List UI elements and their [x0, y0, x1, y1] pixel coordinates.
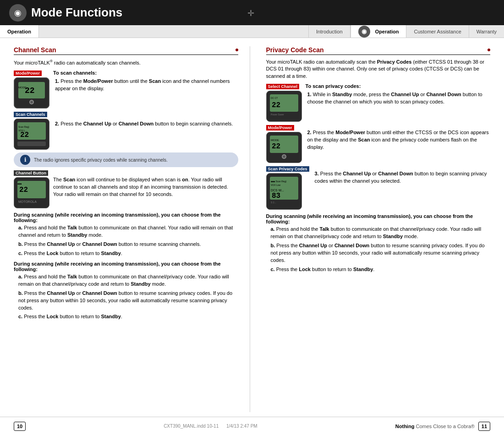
- svg-text:Power Saver: Power Saver: [271, 113, 284, 116]
- channel-button-block: Channel Button 22 ■■■ MOTOROLA The Scan …: [14, 170, 238, 208]
- scan-note-text: The Scan icon will continue to be displa…: [53, 174, 238, 201]
- page-number-right: 11: [478, 422, 490, 431]
- mode-power-right-block: Mode/Power MODE 22 2. Press the Mode/Pow…: [266, 125, 491, 163]
- mode-power-right-label: Mode/Power: [266, 125, 294, 130]
- radio-display-2: Scan Reg) VOX L... 22: [14, 119, 49, 150]
- left-column: Channel Scan Your microTALK® radio can a…: [14, 46, 250, 412]
- select-channel-label: Select Channel: [266, 84, 300, 89]
- select-channel-block: Select Channel DC CT 22 Power Saver To s…: [266, 83, 491, 122]
- privacy-step-3: 3. Press the Channel Up or Channel Down …: [313, 170, 490, 185]
- sub-step-2b: b. Press the Channel Up or Channel Down …: [14, 290, 238, 312]
- channel-scan-title: Channel Scan: [14, 46, 238, 55]
- nav-item-warranty[interactable]: Warranty: [469, 25, 504, 38]
- radio-display-5: MODE 22: [266, 132, 302, 163]
- privacy-code-scan-title: Privacy Code Scan: [266, 46, 491, 55]
- radio-display-6: ■■■ Scan Reg) VOX Low DCS W... 83 S 2...: [266, 173, 302, 210]
- scan-channels-block: Scan Channels Scan Reg) VOX L... 22 2. P…: [14, 111, 238, 150]
- during-title-2: During scanning (while receiving an inco…: [14, 261, 238, 272]
- nav-item-introduction[interactable]: Introduction: [308, 25, 350, 38]
- step-2: 2. Press the Channel Up or Channel Down …: [53, 120, 238, 128]
- scan-channels-label: Scan Channels: [14, 112, 47, 117]
- svg-text:22: 22: [272, 142, 280, 151]
- section-dot: [236, 49, 238, 51]
- scan-channels-device: Scan Channels Scan Reg) VOX L... 22: [14, 111, 49, 150]
- svg-text:22: 22: [19, 186, 28, 194]
- svg-text:83: 83: [272, 192, 280, 200]
- right-column: Privacy Code Scan Your microTALK radio c…: [264, 46, 491, 412]
- svg-text:22: 22: [20, 131, 29, 139]
- scan-privacy-codes-device: Scan Privacy Codes ■■■ Scan Reg) VOX Low…: [266, 166, 309, 210]
- main-content: Channel Scan Your microTALK® radio can a…: [0, 38, 504, 417]
- svg-text:MOTOROLA: MOTOROLA: [18, 200, 37, 203]
- during-title-1: During scanning (while receiving an inco…: [14, 212, 238, 223]
- svg-text:■■■ Scan Reg): ■■■ Scan Reg): [271, 180, 286, 183]
- privacy-step-3-text: 3. Press the Channel Up or Channel Down …: [313, 170, 490, 187]
- svg-text:S 2...: S 2...: [271, 201, 276, 204]
- footer-center-text: CXT390_MANL.indd 10-11 1/4/13 2:47 PM: [164, 424, 257, 429]
- crosshair-icon: ✛: [247, 8, 257, 17]
- privacy-scan-subtitle: To scan privacy codes:: [306, 83, 491, 89]
- sub-step-1b: b. Press the Channel Up or Channel Down …: [14, 241, 238, 248]
- privacy-scan-intro: Your microTALK radio can automatically s…: [266, 59, 491, 80]
- radio-svg-4: DC CT 22 Power Saver: [267, 92, 301, 121]
- right-sub-step-c: c. Press the Lock button to return to St…: [266, 266, 491, 273]
- radio-display-3: 22 ■■■ MOTOROLA: [14, 177, 49, 208]
- mode-power-label: Mode/Power: [14, 71, 42, 76]
- footer-right: Nothing Comes Close to a Cobra® 11: [395, 422, 490, 431]
- note-box: ℹ The radio ignores specific privacy cod…: [14, 152, 238, 167]
- sub-step-1a: a. Press and hold the Talk button to com…: [14, 224, 238, 239]
- sub-step-1c: c. Press the Lock button to return to St…: [14, 250, 238, 257]
- footer-tagline: Nothing Comes Close to a Cobra®: [395, 424, 475, 429]
- svg-point-5: [30, 101, 33, 103]
- nav-item-operation-left[interactable]: Operation: [0, 25, 39, 38]
- page-header: ◉ Mode Functions ✛: [0, 0, 504, 25]
- svg-text:VOX Low: VOX Low: [271, 184, 281, 186]
- right-sub-step-a: a. Press and hold the Talk button to com…: [266, 226, 491, 240]
- section-dot-right: [488, 49, 490, 51]
- radio-display-4: DC CT 22 Power Saver: [266, 91, 302, 122]
- header-icon-symbol: ◉: [14, 8, 22, 18]
- channel-button-device: Channel Button 22 ■■■ MOTOROLA: [14, 170, 49, 208]
- scan-channels-instructions: To scan channels: 1. Press the Mode/Powe…: [53, 70, 238, 95]
- header-icon: ◉: [9, 4, 27, 22]
- page-footer: 10 CXT390_MANL.indd 10-11 1/4/13 2:47 PM…: [0, 417, 504, 435]
- svg-text:■■■: ■■■: [17, 182, 22, 185]
- channel-scan-intro: Your microTALK® radio can automatically …: [14, 59, 238, 66]
- scan-privacy-codes-block: Scan Privacy Codes ■■■ Scan Reg) VOX Low…: [266, 166, 491, 210]
- sub-step-2c: c. Press the Lock button to return to St…: [14, 313, 238, 321]
- note-text: The radio ignores specific privacy codes…: [34, 158, 168, 163]
- sub-step-2a: a. Press and hold the Talk button to com…: [14, 273, 238, 288]
- note-icon: ℹ: [20, 155, 30, 165]
- step-1: 1. Press the Mode/Power button until the…: [53, 78, 238, 92]
- radio-display-1: 22 MODE: [14, 77, 49, 109]
- privacy-step-2: 2. Press the Mode/Power button until eit…: [306, 129, 491, 151]
- right-during-title: During scanning (while receiving an inco…: [266, 213, 491, 224]
- radio-svg-3: 22 ■■■ MOTOROLA: [15, 178, 49, 207]
- step2-instructions: 2. Press the Channel Up or Channel Down …: [53, 111, 238, 130]
- privacy-step-1: 1. While in Standby mode, press the Chan…: [306, 91, 491, 106]
- svg-text:22: 22: [272, 101, 280, 109]
- svg-text:Scan Reg): Scan Reg): [18, 125, 29, 128]
- nav-right: Introduction ◉ Operation Customer Assist…: [308, 25, 504, 38]
- privacy-step-2-text: 2. Press the Mode/Power button until eit…: [306, 129, 491, 153]
- radio-svg-6: ■■■ Scan Reg) VOX Low DCS W... 83 S 2...: [267, 174, 301, 209]
- radio-svg-1: 22 MODE: [15, 78, 49, 108]
- svg-rect-11: [17, 141, 46, 146]
- svg-text:DCS W...: DCS W...: [271, 189, 284, 192]
- svg-point-27: [283, 155, 285, 158]
- right-sub-step-b: b. Press the Channel Up or Channel Down …: [266, 242, 491, 264]
- select-channel-device: Select Channel DC CT 22 Power Saver: [266, 83, 302, 122]
- page-number-left: 10: [14, 422, 26, 431]
- privacy-steps: To scan privacy codes: 1. While in Stand…: [306, 83, 491, 108]
- mode-power-block: Mode/Power 22 MODE To sc: [14, 70, 238, 109]
- nav-bar: Operation Introduction ◉ Operation Custo…: [0, 25, 504, 38]
- nav-item-customer-assistance[interactable]: Customer Assistance: [406, 25, 468, 38]
- svg-text:DC CT: DC CT: [271, 97, 278, 99]
- svg-text:MODE: MODE: [271, 139, 279, 141]
- mode-power-device: Mode/Power 22 MODE: [14, 70, 49, 109]
- page-title: Mode Functions: [31, 5, 122, 20]
- nav-item-operation-right[interactable]: ◉ Operation: [351, 25, 406, 38]
- radio-svg-2: Scan Reg) VOX L... 22: [15, 120, 49, 149]
- mode-power-right-device: Mode/Power MODE 22: [266, 125, 302, 163]
- nav-icon: ◉: [358, 26, 370, 38]
